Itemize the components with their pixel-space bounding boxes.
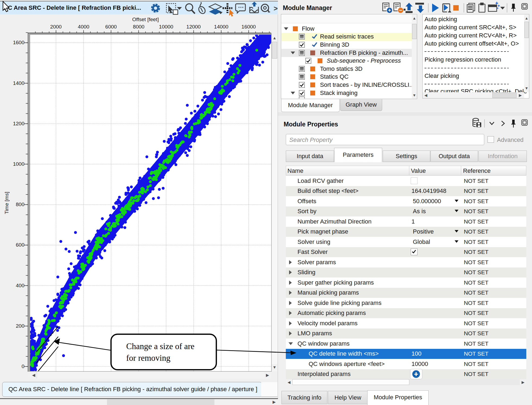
svg-text:✦: ✦	[496, 7, 499, 10]
svg-text:✦: ✦	[495, 1, 499, 6]
svg-text:−: −	[399, 7, 402, 13]
svg-text:✦: ✦	[497, 4, 500, 8]
svg-text:+: +	[388, 7, 391, 13]
